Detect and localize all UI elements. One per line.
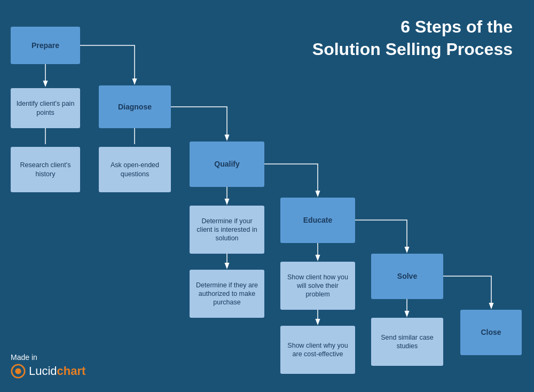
brand-text: Lucidchart — [29, 364, 85, 378]
solve-box: Solve — [371, 254, 443, 299]
brand-container: Lucidchart — [11, 364, 85, 379]
show-cost-box: Show client why you are cost-effective — [280, 326, 355, 374]
educate-box: Educate — [280, 198, 355, 243]
lucidchart-icon — [11, 364, 26, 379]
lucidchart-logo: Made in Lucidchart — [11, 353, 85, 379]
research-box: Research client's history — [11, 147, 80, 192]
determine-interested-box: Determine if your client is interested i… — [190, 206, 264, 254]
send-case-box: Send similar case studies — [371, 318, 443, 366]
determine-authorized-box: Determine if they are authorized to make… — [190, 270, 264, 318]
identify-box: Identify client's pain points — [11, 88, 80, 128]
page-title: 6 Steps of the Solution Selling Process — [312, 16, 513, 60]
show-solve-box: Show client how you will solve their pro… — [280, 262, 355, 310]
svg-point-11 — [15, 368, 21, 374]
close-box: Close — [460, 310, 522, 355]
qualify-box: Qualify — [190, 142, 264, 187]
made-in-text: Made in — [11, 353, 85, 362]
diagnose-box: Diagnose — [99, 85, 171, 128]
title-text: 6 Steps of the Solution Selling Process — [312, 16, 513, 60]
prepare-box: Prepare — [11, 27, 80, 64]
ask-box: Ask open-ended questions — [99, 147, 171, 192]
